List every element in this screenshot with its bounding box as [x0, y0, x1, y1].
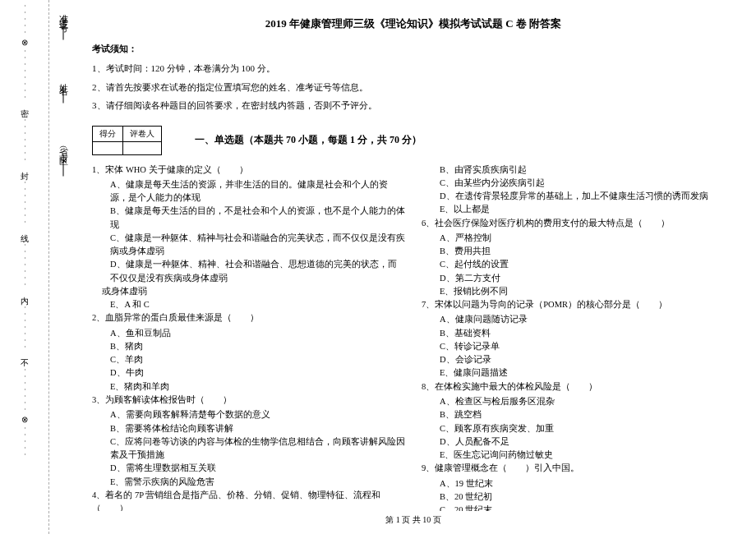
question-option: C、转诊记录单 — [422, 340, 735, 353]
question-option: D、牛肉 — [92, 366, 405, 380]
question-option: D、需将生理数据相互关联 — [92, 462, 405, 475]
page-footer: 第 1 页 共 10 页 — [92, 514, 735, 526]
binding-seg: 内 — [19, 290, 30, 297]
notice-item: 1、考试时间：120 分钟，本卷满分为 100 分。 — [92, 62, 735, 76]
binding-dots: · · · · · · · · — [21, 50, 28, 99]
question-option: B、20 世纪初 — [422, 490, 735, 504]
question-stem: 4、着名的 7P 营销组合是指产品、价格、分销、促销、物理特征、流程和（ ） — [92, 489, 405, 511]
question-option: C、羊肉 — [92, 353, 405, 366]
side-label-column: 准考证号 姓名 省（市区） — [49, 0, 77, 534]
binding-dots: · · · · · · · · — [21, 113, 28, 162]
side-underline — [63, 87, 64, 104]
question-option: A、鱼和豆制品 — [92, 327, 405, 340]
scorebox-cell — [93, 141, 123, 154]
side-underline — [63, 160, 64, 177]
question-option: E、需警示疾病的风险危害 — [92, 476, 405, 489]
question-option: C、健康是一种躯体、精神与社会和谐融合的完美状态，而不仅仅是没有疾病或身体虚弱 — [92, 232, 405, 259]
question-option: E、医生忘记询问药物过敏史 — [422, 449, 735, 462]
question-option: D、会诊记录 — [422, 353, 735, 366]
question-option: B、基础资料 — [422, 327, 735, 340]
binding-marker: ⊗ — [21, 38, 28, 47]
question-option: A、19 世纪末 — [422, 477, 735, 490]
binding-dots: · · · · · · · · — [21, 237, 28, 287]
scorebox-table: 得分 评卷人 — [92, 126, 162, 155]
side-label-region: 省（市区） — [58, 140, 70, 156]
question-option: A、检查区与检后服务区混杂 — [422, 395, 735, 408]
content-area: 2019 年健康管理师三级《理论知识》模拟考试试题 C 卷 附答案 考试须知： … — [77, 0, 756, 534]
question-stem: 3、为顾客解读体检报告时（ ） — [92, 394, 405, 407]
binding-dots: · · · · · · · · — [21, 300, 28, 349]
question-option: C、顾客原有疾病突发、加重 — [422, 422, 735, 435]
page-title: 2019 年健康管理师三级《理论知识》模拟考试试题 C 卷 附答案 — [92, 16, 735, 31]
binding-dots: · · · · · · · · — [21, 175, 28, 224]
question-option: A、健康是每天生活的资源，并非生活的目的。健康是社会和个人的资源，是个人能力的体… — [92, 178, 405, 205]
binding-seg: 密 — [19, 103, 30, 109]
question-option: D、人员配备不足 — [422, 435, 735, 449]
question-option: B、需要将体检结论向顾客讲解 — [92, 422, 405, 435]
column-left: 1、宋体 WHO 关于健康的定义（ ） A、健康是每天生活的资源，并非生活的目的… — [92, 163, 405, 512]
binding-seg: 封 — [19, 165, 30, 172]
binding-seg: 线 — [19, 228, 30, 234]
question-stem: 9、健康管理概念在（ ）引入中国。 — [422, 462, 735, 475]
binding-seg: 不 — [19, 352, 30, 359]
side-label-examid: 准考证号 — [58, 7, 70, 20]
column-right: B、由肾实质疾病引起 C、由某些内分泌疾病引起 D、在遗传背景轻度异常的基础上，… — [422, 163, 735, 512]
question-option: E、猪肉和羊肉 — [92, 380, 405, 394]
question-stem: 1、宋体 WHO 关于健康的定义（ ） — [92, 163, 405, 177]
question-option: B、猪肉 — [92, 340, 405, 353]
question-stem: 6、社会医疗保险对医疗机构的费用支付的最大特点是（ ） — [422, 217, 735, 230]
scorebox-head-score: 得分 — [93, 126, 123, 141]
question-option: C、应将问卷等访谈的内容与体检的生物学信息相结合，向顾客讲解风险因素及干预措施 — [92, 435, 405, 463]
question-option-cont: 或身体虚弱 — [92, 285, 405, 298]
question-option: C、由某些内分泌疾病引起 — [422, 177, 735, 190]
question-option: A、需要向顾客解释清楚每个数据的意义 — [92, 408, 405, 421]
exam-notice: 考试须知： 1、考试时间：120 分钟，本卷满分为 100 分。 2、请首先按要… — [92, 43, 735, 117]
page-root: · · · · · ⊗ · · · · · · · · 密 · · · · · … — [0, 0, 756, 534]
scorebox-cell — [123, 141, 162, 154]
binding-dots: · · · · · — [21, 427, 28, 457]
binding-dots: · · · · · — [21, 5, 28, 35]
question-option: E、健康问题描述 — [422, 366, 735, 380]
section-heading: 一、单选题（本题共 70 小题，每题 1 分，共 70 分） — [195, 133, 422, 147]
question-option: D、在遗传背景轻度异常的基础上，加上不健康生活习惯的诱而发病 — [422, 190, 735, 203]
question-option: D、健康是一种躯体、精神、社会和谐融合、思想道德的完美的状态，而不仅仅是没有疾病… — [92, 258, 405, 285]
question-option: A、严格控制 — [422, 232, 735, 245]
question-columns: 1、宋体 WHO 关于健康的定义（ ） A、健康是每天生活的资源，并非生活的目的… — [92, 163, 735, 512]
notice-item: 2、请首先按要求在试卷的指定位置填写您的姓名、准考证号等信息。 — [92, 81, 735, 94]
side-underline — [63, 24, 64, 40]
question-option: D、第二方支付 — [422, 272, 735, 285]
question-stem: 8、在体检实施中最大的体检风险是（ ） — [422, 380, 735, 394]
question-option: B、费用共担 — [422, 245, 735, 258]
question-option: C、起付线的设置 — [422, 258, 735, 271]
question-option: B、健康是每天生活的目的，不是社会和个人的资源，也不是个人能力的体现 — [92, 205, 405, 232]
question-option: E、报销比例不同 — [422, 285, 735, 298]
binding-strip: · · · · · ⊗ · · · · · · · · 密 · · · · · … — [0, 0, 49, 534]
question-option: E、以上都是 — [422, 203, 735, 216]
scorebox-head-grader: 评卷人 — [123, 126, 162, 141]
scorebox-row: 得分 评卷人 一、单选题（本题共 70 小题，每题 1 分，共 70 分） — [92, 126, 735, 155]
notice-heading: 考试须知： — [92, 43, 735, 55]
notice-item: 3、请仔细阅读各种题目的回答要求，在密封线内答题，否则不予评分。 — [92, 99, 735, 113]
side-label-name: 姓名 — [58, 76, 70, 83]
question-option: B、跳空档 — [422, 408, 735, 421]
binding-dots: · · · · · · · · — [21, 362, 28, 412]
question-option: C、20 世纪末 — [422, 504, 735, 511]
question-option: B、由肾实质疾病引起 — [422, 163, 735, 177]
binding-marker: ⊗ — [21, 415, 28, 424]
question-stem: 2、血脂异常的蛋白质最佳来源是（ ） — [92, 311, 405, 325]
question-option: A、健康问题随访记录 — [422, 313, 735, 326]
question-option: E、A 和 C — [92, 298, 405, 311]
question-stem: 7、宋体以问题为导向的记录（POMR）的核心部分是（ ） — [422, 298, 735, 311]
